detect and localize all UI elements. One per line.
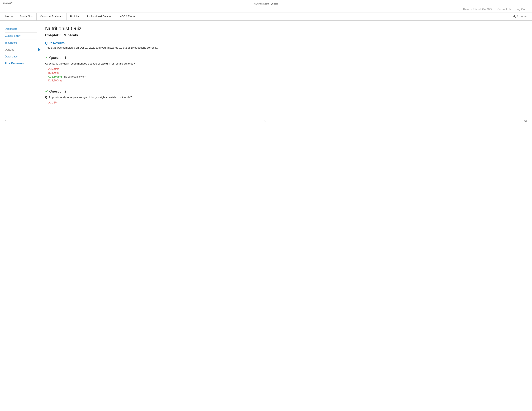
question-1-text: Q: What is the daily recommended dosage … bbox=[45, 62, 527, 65]
sidebar-arrow-icon bbox=[38, 48, 41, 52]
question-block-1: ✔ Question 1 Q: What is the daily recomm… bbox=[45, 53, 527, 85]
nav-item-ncca-exam[interactable]: NCCA Exam bbox=[116, 13, 138, 20]
top-bar: Refer a Friend, Get $25! Contact Us Log … bbox=[0, 5, 532, 13]
sidebar-item-downloads[interactable]: Downloads bbox=[5, 53, 37, 60]
chapter-title: Chapter 8: Minerals bbox=[45, 33, 527, 37]
nav-item-study-aids[interactable]: Study Aids bbox=[16, 13, 36, 20]
question-block-2: ✔ Question 2 Q: Approximately what perce… bbox=[45, 86, 527, 107]
question-1-label: Question 1 bbox=[49, 56, 66, 60]
answer-1-b: B. 800mg bbox=[48, 71, 527, 74]
nav-item-career-business[interactable]: Career & Business bbox=[36, 13, 66, 20]
sidebar-item-quizzes[interactable]: Quizzes bbox=[5, 46, 37, 53]
nav-item-home[interactable]: Home bbox=[2, 13, 16, 20]
nav-item-professional-division[interactable]: Professional Division bbox=[83, 13, 116, 20]
quiz-results-text: This quiz was completed on Oct 01, 2020 … bbox=[45, 46, 527, 49]
answer-1-a: A. 500mg bbox=[48, 68, 527, 70]
answer-1-c-note: (the correct answer) bbox=[63, 75, 86, 78]
sidebar-item-dashboard[interactable]: Dashboard bbox=[5, 26, 37, 33]
browser-title: ISSAtrainer.com - Quizzes bbox=[0, 2, 532, 5]
sidebar: Dashboard Guided Study Text Books Quizze… bbox=[5, 26, 40, 108]
check-icon-1: ✔ bbox=[45, 56, 48, 60]
nav-item-my-account[interactable]: My Account bbox=[509, 13, 530, 20]
contact-us-link[interactable]: Contact Us bbox=[497, 8, 511, 11]
footer-page-num: 1 bbox=[264, 120, 266, 122]
page-layout: Dashboard Guided Study Text Books Quizze… bbox=[0, 22, 532, 115]
page-title: Nutritionist Quiz bbox=[45, 26, 527, 32]
main-content: Nutritionist Quiz Chapter 8: Minerals Qu… bbox=[40, 26, 527, 108]
footer-page-total: 1/4 bbox=[524, 120, 527, 122]
quiz-results-title: Quiz Results bbox=[45, 41, 527, 45]
sidebar-item-guided-study[interactable]: Guided Study bbox=[5, 33, 37, 39]
sidebar-item-final-examination[interactable]: Final Examination bbox=[5, 60, 37, 67]
nav-bar: Home Study Aids Career & Business Polici… bbox=[0, 13, 532, 21]
answer-1-c: C. 1,500mg (the correct answer) bbox=[48, 75, 527, 78]
question-2-label: Question 2 bbox=[49, 89, 66, 93]
footer-letter: h bbox=[5, 120, 6, 122]
answer-1-d: D. 2,800mg bbox=[48, 79, 527, 82]
question-2-text: Q: Approximately what percentage of body… bbox=[45, 96, 527, 99]
answer-2-a: A. 1-3% bbox=[48, 101, 527, 104]
sidebar-item-text-books[interactable]: Text Books bbox=[5, 39, 37, 46]
refer-friend-link[interactable]: Refer a Friend, Get $25! bbox=[463, 8, 493, 11]
check-icon-2: ✔ bbox=[45, 89, 48, 93]
question-2-header: ✔ Question 2 bbox=[45, 89, 527, 93]
answer-1-c-label: C. 1,500mg bbox=[48, 75, 62, 78]
page-footer: h 1 1/4 bbox=[0, 118, 532, 124]
question-1-header: ✔ Question 1 bbox=[45, 56, 527, 60]
nav-item-policies[interactable]: Policies bbox=[66, 13, 83, 20]
logout-link[interactable]: Log Out bbox=[516, 8, 526, 11]
